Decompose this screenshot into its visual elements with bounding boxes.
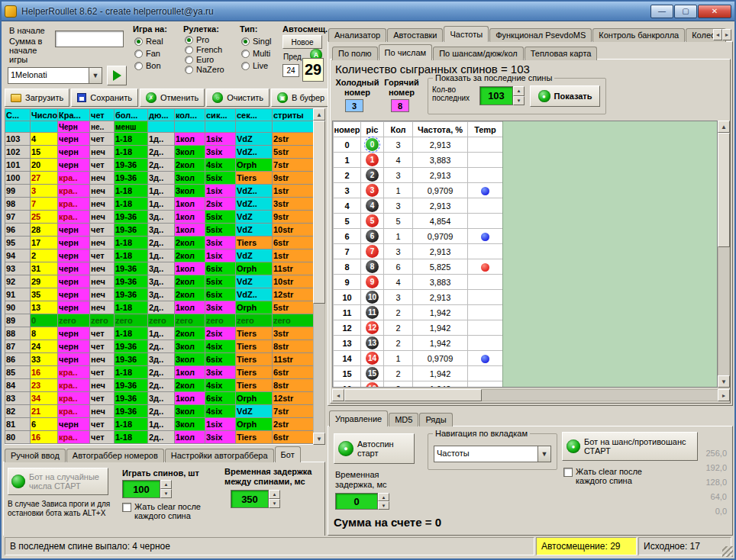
control-clear-checkbox[interactable]: Жать clear после каждого спина <box>563 467 655 485</box>
tab-scroll-right-icon[interactable]: ▸ <box>722 29 731 40</box>
tab-MD5[interactable]: MD5 <box>389 413 418 426</box>
scroll-up-icon[interactable]: ▲ <box>313 108 325 121</box>
freq-row[interactable]: 7732,913 <box>334 244 503 259</box>
history-header-cell[interactable]: дю... <box>148 109 175 121</box>
freq-row[interactable]: 111121,942 <box>334 305 503 320</box>
history-row[interactable]: 10027кра..неч19-363д..3кол5sixTiers9str <box>5 172 314 185</box>
freq-scrollbar-thumb[interactable] <box>718 133 730 247</box>
freq-horizontal-scrollbar[interactable]: ◂ ▸ <box>332 389 730 401</box>
undo-button[interactable]: ✗Отменить <box>140 89 205 107</box>
history-header-cell[interactable]: кол... <box>175 109 205 121</box>
resize-grip[interactable] <box>722 546 733 557</box>
tab-Управление[interactable]: Управление <box>329 410 388 426</box>
tab-По полю[interactable]: По полю <box>332 47 378 60</box>
history-header-cell[interactable]: стриты <box>273 109 314 121</box>
spinner-down-icon[interactable]: ▼ <box>513 96 525 106</box>
tab-Автоставки[interactable]: Автоставки <box>387 28 443 42</box>
history-row[interactable]: 8016кра..чет1-182д..1кол3sixTiers6str <box>5 431 314 444</box>
history-row[interactable]: 9517черннеч1-182д..2кол3sixTiers6str <box>5 237 314 249</box>
history-row[interactable]: 8334кра..чет19-363д..1кол6sixOrph12str <box>5 392 314 405</box>
maximize-button[interactable]: ▢ <box>674 5 697 18</box>
radio-Multi[interactable]: Multi <box>241 49 271 58</box>
play-button[interactable] <box>107 66 127 85</box>
show-button[interactable]: ● Показать <box>530 85 600 107</box>
history-row[interactable]: 888чернчет1-181д..2кол2sixTiers3str <box>5 327 314 340</box>
history-header-cell[interactable]: сик... <box>205 109 236 121</box>
radio-Pro[interactable]: Pro <box>185 35 224 44</box>
freq-header-cell[interactable]: Кол <box>384 122 413 137</box>
freq-header-cell[interactable]: Частота, % <box>413 122 468 137</box>
tab-Функционал PsevdoMS[interactable]: Функционал PsevdoMS <box>489 28 592 42</box>
freq-row[interactable]: 141410,9709 <box>334 351 503 366</box>
freq-row[interactable]: 131321,942 <box>334 336 503 351</box>
history-row[interactable]: 8516кра..чет1-182д..1кол3sixTiers6str <box>5 366 314 379</box>
last-count-spinner[interactable]: 103 ▲▼ <box>479 86 525 105</box>
autoshift-new-button[interactable]: Новое <box>282 35 322 49</box>
tab-По числам[interactable]: По числам <box>379 44 433 60</box>
spinner-up-icon[interactable]: ▲ <box>378 493 389 501</box>
chevron-down-icon[interactable]: ▼ <box>89 68 102 83</box>
scroll-up-icon[interactable]: ▲ <box>718 121 730 133</box>
random-bot-start-button[interactable]: Бот на случайные числа СТАРТ <box>8 468 108 495</box>
history-row[interactable]: 10120чернчет19-362д..2кол4sixOrph7str <box>5 159 314 172</box>
spinner-up-icon[interactable]: ▲ <box>269 490 280 499</box>
freq-row[interactable]: 161621,942 <box>334 381 503 388</box>
history-row[interactable]: 9229черннеч19-363д..2кол5sixVdZ10str <box>5 275 314 288</box>
freq-header-cell[interactable]: Temp <box>468 122 503 137</box>
load-button[interactable]: Загрузить <box>5 89 69 107</box>
tab-Контроль банкролла[interactable]: Контроль банкролла <box>592 28 685 42</box>
save-button[interactable]: Сохранить <box>71 89 138 107</box>
spins-count-spinner[interactable]: 100 ▲▼ <box>122 480 172 498</box>
history-row[interactable]: 8221кра..неч19-362д..3кол4sixVdZ7str <box>5 405 314 418</box>
close-button[interactable]: ✕ <box>698 5 731 18</box>
history-header-cell[interactable]: Кра... <box>58 109 90 121</box>
history-row[interactable]: 9725кра..неч19-363д..1кол5sixVdZ9str <box>5 211 314 224</box>
freq-header-cell[interactable]: pic <box>361 122 384 137</box>
radio-Real[interactable]: Real <box>134 37 163 46</box>
freq-row[interactable]: 0032,913 <box>334 137 503 153</box>
history-row[interactable]: 8724чернчет19-362д..3кол4sixTiers8str <box>5 340 314 353</box>
freq-row[interactable]: 101032,913 <box>334 290 503 305</box>
scroll-right-icon[interactable]: ▸ <box>718 389 730 401</box>
spinner-down-icon[interactable]: ▼ <box>160 489 172 498</box>
scroll-left-icon[interactable]: ◂ <box>332 389 344 401</box>
freq-row[interactable]: 2232,913 <box>334 168 503 183</box>
history-row[interactable]: 9331черннеч19-363д..1кол6sixOrph11str <box>5 262 314 275</box>
freq-row[interactable]: 6610,9709 <box>334 229 503 244</box>
history-row[interactable]: 816чернчет1-181д..3кол1sixOrph2str <box>5 418 314 431</box>
scroll-down-icon[interactable]: ▼ <box>313 433 325 445</box>
history-row[interactable]: 8423кра..неч19-362д..2кол4sixTiers8str <box>5 379 314 392</box>
radio-Fan[interactable]: Fan <box>134 49 163 58</box>
preset-combo[interactable]: 1Melonati ▼ <box>8 67 102 84</box>
control-delay-spinner[interactable]: 0 ▲▼ <box>335 493 389 510</box>
spin-delay-spinner[interactable]: 350 ▲▼ <box>231 490 280 508</box>
freq-row[interactable]: 8865,825 <box>334 259 503 275</box>
freq-hscrollbar-thumb[interactable] <box>344 389 482 401</box>
history-row[interactable]: 1034чернчет1-181д..1кол1sixVdZ2str <box>5 133 314 146</box>
radio-Bon[interactable]: Bon <box>134 61 163 70</box>
nav-combo[interactable]: Частоты ▼ <box>434 446 551 462</box>
tab-Ручной ввод[interactable]: Ручной ввод <box>5 449 66 462</box>
freq-row[interactable]: 1143,883 <box>334 153 503 168</box>
history-scrollbar-thumb[interactable] <box>313 121 325 304</box>
freq-vertical-scrollbar[interactable]: ▲ ▼ <box>718 121 730 388</box>
tab-Ряды[interactable]: Ряды <box>419 413 452 426</box>
chevron-down-icon[interactable]: ▼ <box>537 446 550 462</box>
history-header-cell[interactable]: С... <box>5 109 31 121</box>
spinner-down-icon[interactable]: ▼ <box>378 501 389 510</box>
tab-scroll-left-icon[interactable]: ◂ <box>713 29 722 40</box>
history-row[interactable]: 9013черннеч1-182д..1кол3sixOrph5str <box>5 301 314 314</box>
history-scrollbar[interactable]: ▲ ▼ <box>313 108 325 445</box>
freq-row[interactable]: 4432,913 <box>334 198 503 214</box>
radio-French[interactable]: French <box>185 45 224 54</box>
history-row[interactable]: 9628чернчет19-363д..1кол5sixVdZ10str <box>5 224 314 237</box>
tab-Настройки автограббера[interactable]: Настройки автограббера <box>165 449 274 462</box>
history-row[interactable]: 993кра..неч1-181д..3кол1sixVdZ..1str <box>5 185 314 198</box>
freq-row[interactable]: 121221,942 <box>334 320 503 336</box>
history-row[interactable]: 10215черннеч1-182д..3кол3sixVdZ..5str <box>5 146 314 159</box>
freq-row[interactable]: 151521,942 <box>334 366 503 381</box>
tab-Частоты[interactable]: Частоты <box>444 26 489 42</box>
spinner-up-icon[interactable]: ▲ <box>160 480 172 489</box>
freq-header-cell[interactable]: номер <box>334 122 361 137</box>
history-row[interactable]: 987кра..неч1-181д..1кол2sixVdZ..3str <box>5 198 314 211</box>
